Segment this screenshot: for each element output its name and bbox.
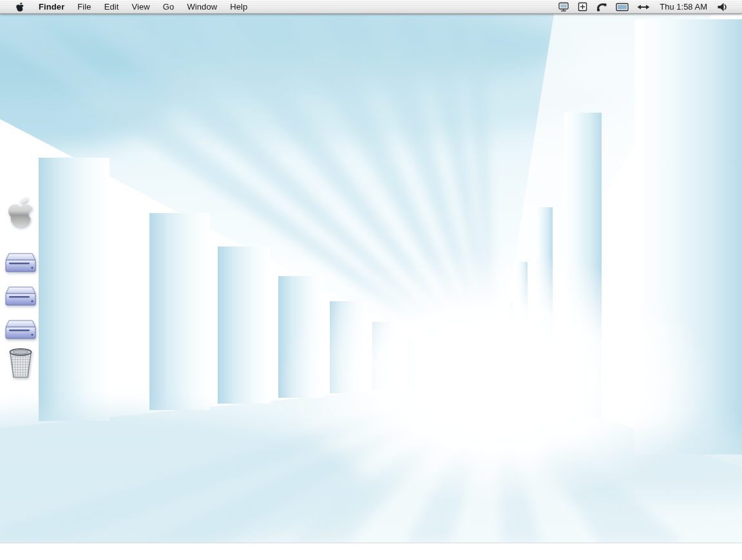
monitor-menu-extra[interactable] <box>616 0 629 14</box>
hard-disk-2-icon[interactable] <box>4 283 37 312</box>
wallpaper <box>0 14 742 543</box>
menu-edit[interactable]: Edit <box>98 0 126 14</box>
bottom-strip <box>0 543 742 560</box>
hard-disk-3-icon[interactable] <box>4 317 37 345</box>
desktop <box>0 14 742 543</box>
menu-bar-extras: Thu 1:58 AM <box>558 0 742 14</box>
display-menu-extra[interactable] <box>558 0 569 14</box>
menu-bar: Finder File Edit View Go Window Help <box>0 0 742 14</box>
monitor-icon <box>616 2 629 12</box>
network-arrows-icon <box>637 2 650 12</box>
menu-view[interactable]: View <box>126 0 157 14</box>
volume-icon <box>717 2 728 12</box>
menu-finder[interactable]: Finder <box>32 0 71 14</box>
menu-go[interactable]: Go <box>157 0 181 14</box>
apple-menu[interactable] <box>8 0 32 14</box>
volume-menu-extra[interactable] <box>717 0 728 14</box>
apple-logo-icon[interactable] <box>6 195 35 232</box>
plus-box-icon <box>578 2 587 12</box>
hard-disk-1-icon[interactable] <box>4 250 37 278</box>
display-icon <box>558 2 569 12</box>
menu-file[interactable]: File <box>71 0 97 14</box>
phone-icon <box>596 2 607 12</box>
phone-menu-extra[interactable] <box>596 0 607 14</box>
menu-bar-left: Finder File Edit View Go Window Help <box>0 0 254 14</box>
network-menu-extra[interactable] <box>637 0 650 14</box>
apple-icon <box>15 2 24 12</box>
menu-window[interactable]: Window <box>180 0 224 14</box>
menu-help[interactable]: Help <box>224 0 254 14</box>
plus-box-menu-extra[interactable] <box>578 0 587 14</box>
trash-icon[interactable] <box>7 346 34 382</box>
menu-clock[interactable]: Thu 1:58 AM <box>658 2 709 12</box>
